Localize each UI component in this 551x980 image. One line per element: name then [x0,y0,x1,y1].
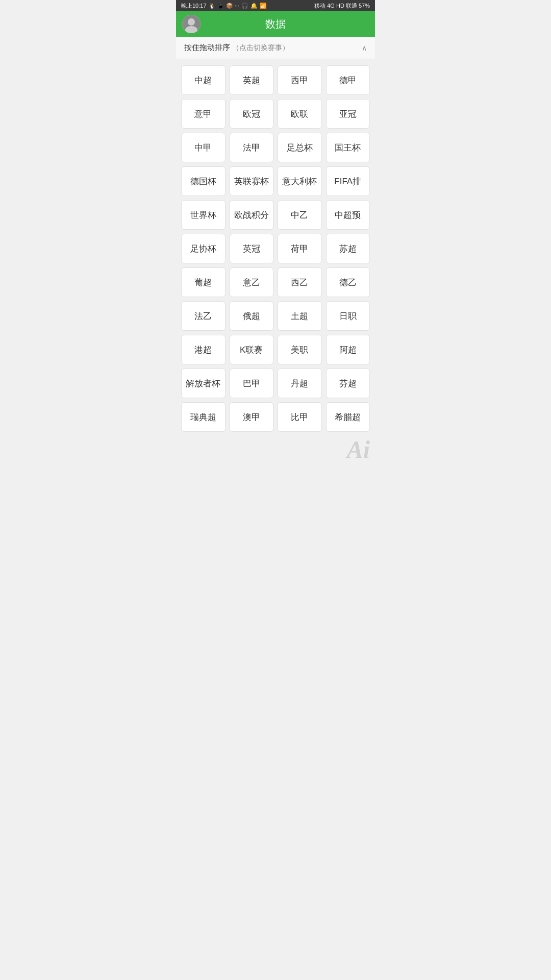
league-item[interactable]: 西乙 [278,267,322,297]
avatar[interactable] [182,15,201,33]
league-item[interactable]: 英冠 [230,234,274,263]
league-item[interactable]: 美职 [278,335,322,364]
league-item[interactable]: 中甲 [181,133,226,162]
league-item[interactable]: 俄超 [230,301,274,331]
league-item[interactable]: 英联赛杯 [230,166,274,196]
sort-bar-label: 按住拖动排序 （点击切换赛事） [184,43,289,53]
league-item[interactable]: 瑞典超 [181,402,226,432]
league-item[interactable]: 苏超 [326,234,370,263]
league-item[interactable]: 土超 [278,301,322,331]
league-item[interactable]: 巴甲 [230,369,274,398]
league-item[interactable]: 欧冠 [230,99,274,129]
league-item[interactable]: 比甲 [278,402,322,432]
sort-sub-text: （点击切换赛事） [232,43,289,52]
status-bar: 晚上10:17 🐧 📱 📦 ··· 🎧 🔔 📶 移动 4G HD 联通 57% [176,0,375,11]
sort-main-text: 按住拖动排序 [184,43,230,52]
league-item[interactable]: 足协杯 [181,234,226,263]
league-item[interactable]: 英超 [230,65,274,95]
league-item[interactable]: 丹超 [278,369,322,398]
bottom-area: Ai [176,438,375,469]
page-title: 数据 [265,17,286,31]
alarm-icon: 🔔 [251,3,258,9]
league-item[interactable]: 亚冠 [326,99,370,129]
league-item[interactable]: 法乙 [181,301,226,331]
status-right: 移动 4G HD 联通 57% [314,2,370,10]
league-item[interactable]: 中超预 [326,200,370,230]
wifi-icon: 📶 [260,3,267,9]
league-item[interactable]: 澳甲 [230,402,274,432]
league-item[interactable]: 葡超 [181,267,226,297]
league-item[interactable]: 欧战积分 [230,200,274,230]
chevron-up-icon[interactable]: ∧ [362,44,367,52]
league-item[interactable]: 法甲 [230,133,274,162]
league-item[interactable]: 足总杯 [278,133,322,162]
league-item[interactable]: 意乙 [230,267,274,297]
league-item[interactable]: 阿超 [326,335,370,364]
league-item[interactable]: 德乙 [326,267,370,297]
league-item[interactable]: 荷甲 [278,234,322,263]
league-item[interactable]: 意甲 [181,99,226,129]
app-icons: 🐧 📱 📦 ··· [209,3,239,9]
league-item[interactable]: 希腊超 [326,402,370,432]
sort-bar[interactable]: 按住拖动排序 （点击切换赛事） ∧ [176,37,375,59]
league-item[interactable]: 德国杯 [181,166,226,196]
league-item[interactable]: 中乙 [278,200,322,230]
league-item[interactable]: 意大利杯 [278,166,322,196]
league-item[interactable]: 国王杯 [326,133,370,162]
league-item[interactable]: 港超 [181,335,226,364]
league-item[interactable]: 西甲 [278,65,322,95]
league-item[interactable]: 中超 [181,65,226,95]
status-time: 晚上10:17 🐧 📱 📦 ··· 🎧 🔔 📶 [181,2,267,10]
league-item[interactable]: 欧联 [278,99,322,129]
league-item[interactable]: K联赛 [230,335,274,364]
league-item[interactable]: 德甲 [326,65,370,95]
league-item[interactable]: 日职 [326,301,370,331]
headphone-icon: 🎧 [241,3,248,9]
network-battery-text: 移动 4G HD 联通 57% [314,2,370,10]
league-grid: 中超英超西甲德甲意甲欧冠欧联亚冠中甲法甲足总杯国王杯德国杯英联赛杯意大利杯FIF… [176,59,375,438]
ai-watermark: Ai [347,435,370,463]
time-text: 晚上10:17 [181,2,207,10]
svg-point-1 [188,18,195,26]
league-item[interactable]: 芬超 [326,369,370,398]
app-header: 数据 [176,11,375,37]
league-item[interactable]: 世界杯 [181,200,226,230]
league-item[interactable]: FIFA排 [326,166,370,196]
league-item[interactable]: 解放者杯 [181,369,226,398]
